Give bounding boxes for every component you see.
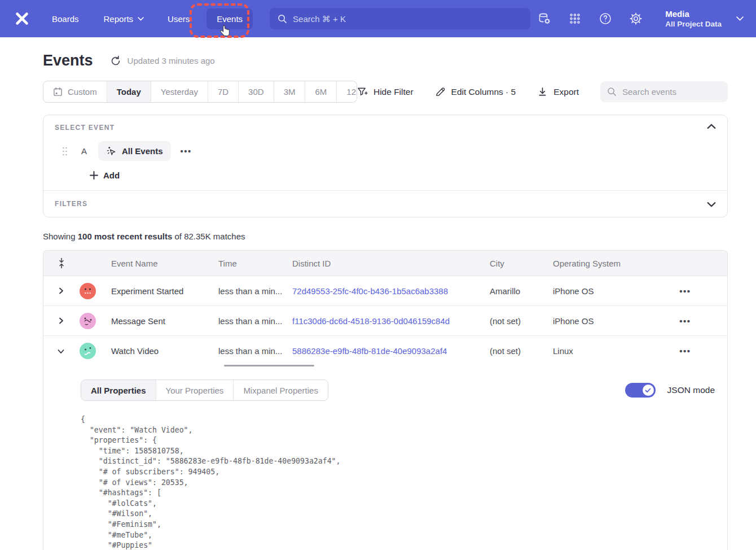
mixpanel-logo-icon[interactable] (12, 9, 32, 28)
cell-distinct-id-link[interactable]: 72d49553-25fc-4f0c-b436-1b5ac6ab3388 (292, 286, 490, 296)
all-events-chip[interactable]: All Events (98, 141, 171, 161)
settings-gear-icon[interactable] (629, 12, 643, 25)
date-range-3m[interactable]: 3M (274, 81, 305, 102)
tab-all-properties[interactable]: All Properties (81, 380, 156, 400)
column-header-operating-system[interactable]: Operating System (553, 259, 643, 268)
refresh-icon[interactable] (110, 55, 121, 67)
table-row[interactable]: Message Sent less than a min... f11c30d6… (43, 306, 727, 336)
project-name: Media (665, 8, 722, 19)
edit-columns-button[interactable]: Edit Columns · 5 (435, 86, 516, 97)
column-header-city[interactable]: City (490, 259, 553, 268)
chevron-down-icon[interactable] (57, 347, 65, 355)
json-mode-label: JSON mode (667, 385, 715, 395)
chevron-down-icon (138, 17, 144, 21)
cell-city: (not set) (490, 346, 553, 356)
tab-your-properties[interactable]: Your Properties (156, 380, 234, 400)
toolbar-right: Hide Filter Edit Columns · 5 Export (357, 81, 728, 102)
cell-city: Amarillo (490, 286, 553, 296)
project-switcher[interactable]: Media All Project Data (665, 8, 744, 29)
collapse-all-icon[interactable] (57, 257, 66, 269)
search-events-input[interactable] (622, 87, 721, 97)
cell-distinct-id-link[interactable]: 5886283e-e9fb-48fb-81de-40e9093a2af4 (292, 346, 490, 356)
hide-filter-label: Hide Filter (373, 87, 414, 97)
results-summary: Showing 100 most recent results of 82.35… (43, 232, 728, 241)
chevron-down-icon (736, 16, 744, 21)
properties-tabs: All Properties Your Properties Mixpanel … (81, 379, 328, 401)
table-row[interactable]: Experiment Started less than a min... 72… (43, 276, 727, 306)
export-button[interactable]: Export (537, 86, 579, 97)
add-event-button[interactable]: Add (90, 171, 120, 180)
nav-item-users[interactable]: Users (168, 14, 190, 24)
nav-item-reports-label: Reports (104, 14, 134, 24)
date-range-12m[interactable]: 12M (336, 81, 357, 102)
chevron-down-icon[interactable] (707, 200, 716, 209)
calendar-icon (53, 87, 63, 97)
filters-label: FILTERS (55, 200, 716, 208)
cell-os: Linux (553, 346, 643, 356)
row-more-button[interactable]: ••• (679, 316, 691, 326)
event-row-more-button[interactable]: ••• (181, 146, 192, 156)
data-management-icon[interactable] (538, 12, 551, 25)
export-label: Export (553, 87, 579, 97)
chevron-up-icon[interactable] (707, 122, 716, 131)
cell-os: iPhone OS (553, 316, 643, 326)
page-title: Events (43, 52, 93, 69)
check-icon (645, 388, 651, 393)
select-event-section: SELECT EVENT A (43, 115, 727, 190)
json-mode-toggle[interactable] (625, 383, 656, 398)
help-icon[interactable] (599, 12, 612, 25)
chevron-right-icon[interactable] (57, 287, 65, 295)
date-range-control: Custom Today Yesterday 7D 30D 3M 6M 12M (43, 81, 357, 103)
cell-distinct-id-link[interactable]: f11c30d6-dc6d-4518-9136-0d046159c84d (292, 316, 490, 326)
results-suffix: of 82.35K matches (172, 232, 245, 241)
sparkle-cursor-icon (106, 146, 117, 156)
main-content: Events Updated 3 minutes ago Custom (0, 37, 756, 550)
json-mode-group: JSON mode (625, 383, 715, 398)
all-events-chip-label: All Events (122, 146, 163, 156)
cell-event-name: Experiment Started (111, 286, 218, 296)
table-row-expanded[interactable]: Watch Video less than a min... 5886283e-… (43, 336, 727, 366)
date-range-30d[interactable]: 30D (238, 81, 274, 102)
filter-plus-icon (357, 86, 368, 97)
date-range-yesterday[interactable]: Yesterday (151, 81, 208, 102)
horizontal-scrollbar-thumb[interactable] (224, 365, 314, 366)
cell-time: less than a min... (218, 316, 292, 326)
event-json-code: { "event": "Watch Video", "properties": … (81, 414, 715, 550)
tab-mixpanel-properties[interactable]: Mixpanel Properties (233, 380, 328, 400)
event-avatar (80, 283, 96, 299)
hide-filter-button[interactable]: Hide Filter (357, 86, 414, 97)
event-detail-panel: All Properties Your Properties Mixpanel … (43, 366, 727, 550)
column-header-event-name[interactable]: Event Name (111, 259, 218, 268)
controls-row: Custom Today Yesterday 7D 30D 3M 6M 12M … (43, 81, 728, 103)
results-count: 100 most recent results (78, 232, 173, 241)
nav-item-boards[interactable]: Boards (52, 14, 79, 24)
table-header-row: Event Name Time Distinct ID City Operati… (43, 251, 727, 276)
apps-grid-icon[interactable] (568, 12, 582, 25)
nav-item-reports[interactable]: Reports (104, 14, 144, 24)
drag-handle-icon[interactable] (61, 146, 68, 156)
date-range-today[interactable]: Today (107, 81, 151, 102)
top-navbar: Boards Reports Users Events (0, 0, 756, 37)
chevron-right-icon[interactable] (57, 317, 65, 325)
row-more-button[interactable]: ••• (679, 286, 691, 296)
column-header-distinct-id[interactable]: Distinct ID (292, 259, 490, 268)
date-range-6m[interactable]: 6M (305, 81, 336, 102)
row-more-button[interactable]: ••• (679, 346, 691, 356)
cell-event-name: Message Sent (111, 316, 218, 326)
global-search[interactable] (270, 8, 530, 29)
search-events-field[interactable] (600, 81, 728, 102)
updated-group: Updated 3 minutes ago (110, 55, 215, 67)
download-icon (537, 86, 548, 97)
detail-header: All Properties Your Properties Mixpanel … (81, 379, 715, 401)
nav-item-events[interactable]: Events (206, 8, 253, 29)
cell-time: less than a min... (218, 346, 292, 356)
date-range-7d[interactable]: 7D (208, 81, 238, 102)
pencil-icon (435, 86, 446, 97)
cell-event-name: Watch Video (111, 346, 218, 356)
edit-columns-label: Edit Columns · 5 (451, 87, 516, 97)
global-search-input[interactable] (293, 14, 522, 24)
date-range-custom[interactable]: Custom (43, 81, 107, 102)
search-icon (278, 14, 287, 24)
event-row: A All Events ••• (55, 141, 716, 161)
column-header-time[interactable]: Time (218, 259, 292, 268)
